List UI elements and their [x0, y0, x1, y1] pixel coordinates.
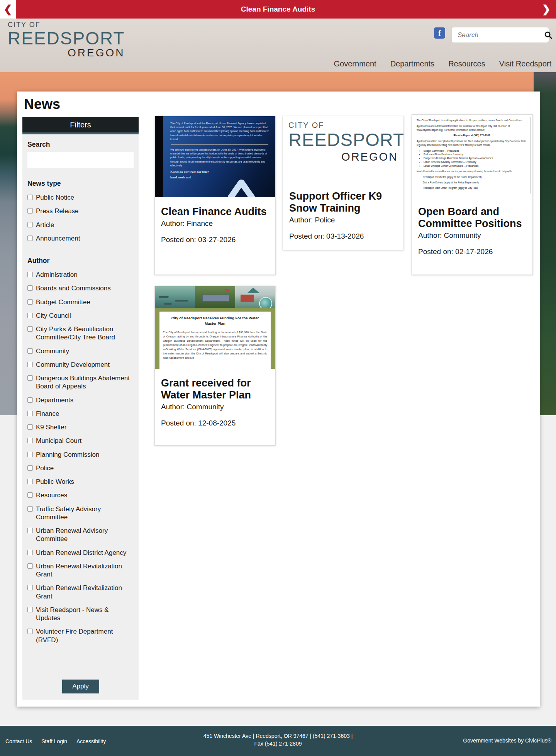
checkbox-icon[interactable] [27, 492, 33, 498]
news-card-posted: Posted on: 12-08-2025 [161, 419, 269, 427]
author-option[interactable]: Municipal Court [27, 434, 134, 447]
author-option[interactable]: Police [27, 461, 134, 475]
author-option[interactable]: Urban Renewal Advisory Committee [27, 524, 134, 546]
nav-departments[interactable]: Departments [390, 59, 435, 68]
filters-header: Filters [22, 117, 139, 134]
checkbox-icon[interactable] [27, 375, 33, 381]
checkbox-icon[interactable] [27, 607, 33, 612]
checkbox-icon[interactable] [27, 585, 33, 590]
checkbox-icon[interactable] [27, 208, 33, 214]
news-card[interactable]: City of Reedsport Receives Funding For t… [154, 286, 276, 446]
flyer-heading: City of Reedsport Receives Funding For t… [165, 315, 265, 327]
checkbox-icon[interactable] [27, 550, 33, 555]
news-card-body: Support Officer K9 Snow Training Author:… [283, 182, 403, 243]
author-option[interactable]: K9 Shelter [27, 420, 134, 434]
author-option[interactable]: Community [27, 344, 134, 358]
author-option[interactable]: Public Works [27, 475, 134, 488]
checkbox-icon[interactable] [27, 629, 33, 634]
author-option[interactable]: Urban Renewal Revitalization Grant [27, 559, 134, 581]
checkbox-icon[interactable] [27, 285, 33, 291]
author-option[interactable]: Planning Commission [27, 448, 134, 461]
news-type-option[interactable]: Press Release [27, 204, 134, 218]
author-option[interactable]: Community Development [27, 358, 134, 371]
news-type-label: News type [27, 180, 134, 188]
author-option[interactable]: Resources [27, 488, 134, 502]
facebook-icon[interactable]: f [434, 27, 445, 39]
news-type-option[interactable]: Announcement [27, 232, 134, 245]
filter-search-input[interactable] [27, 152, 134, 168]
banner-title[interactable]: Clean Finance Audits [0, 0, 556, 19]
author-label: Author [27, 257, 134, 265]
author-option[interactable]: Departments [27, 393, 134, 407]
doc-paragraph: The City of Reedsport is seeking applica… [417, 119, 527, 122]
checkbox-icon[interactable] [27, 397, 33, 403]
footer-credit[interactable]: Government Websites by CivicPlus® [463, 737, 551, 744]
author-option[interactable]: City Parks & Beautification Committee/Ci… [27, 322, 134, 344]
news-card-image: CITY OF REEDSPORT OREGON [283, 116, 403, 182]
author-option[interactable]: Urban Renewal District Agency [27, 546, 134, 559]
flyer-kudos: Kudos to our team for thier hard work an… [170, 169, 213, 180]
checkbox-icon[interactable] [27, 424, 33, 430]
checkbox-icon[interactable] [27, 195, 33, 200]
apply-button[interactable]: Apply [62, 680, 99, 693]
banner-next-button[interactable]: ❯ [539, 0, 554, 19]
site-footer: Contact Us Staff Login Accessibility 451… [0, 726, 556, 756]
news-card-title[interactable]: Open Board and Committee Positions [418, 206, 526, 230]
checkbox-icon[interactable] [27, 362, 33, 367]
author-option[interactable]: Dangerous Buildings Abatement Board of A… [27, 371, 134, 393]
image-logo-city-of: CITY OF [288, 121, 398, 130]
author-option[interactable]: Administration [27, 268, 134, 281]
footer-staff-login[interactable]: Staff Login [41, 738, 67, 744]
checkbox-icon[interactable] [27, 236, 33, 241]
checkbox-icon[interactable] [27, 528, 33, 533]
ribbon-icon [225, 176, 260, 197]
doc-volunteer-line: Reedsport Main Street Program (apply at … [423, 186, 527, 190]
author-option[interactable]: Volunteer Fire Department (RVFD) [27, 625, 134, 647]
news-card[interactable]: The City of Reedsport and the Reedsport … [154, 116, 276, 275]
checkbox-icon[interactable] [27, 506, 33, 512]
checkbox-icon[interactable] [27, 411, 33, 416]
doc-paragraph: Applications will be accepted until posi… [417, 139, 527, 147]
checkbox-icon[interactable] [27, 479, 33, 484]
footer-links: Contact Us Staff Login Accessibility [5, 738, 106, 744]
checkbox-icon[interactable] [27, 465, 33, 471]
news-type-option[interactable]: Public Notice [27, 191, 134, 204]
checkbox-icon[interactable] [27, 313, 33, 318]
news-card[interactable]: The City of Reedsport is seeking applica… [412, 114, 533, 275]
author-option[interactable]: Visit Reedsport - News & Updates [27, 603, 134, 625]
banner-prev-button[interactable]: ❮ [0, 0, 16, 19]
checkbox-icon[interactable] [27, 452, 33, 457]
checkbox-icon[interactable] [27, 348, 33, 354]
news-card-posted: Posted on: 03-13-2026 [289, 232, 397, 241]
news-card-title[interactable]: Support Officer K9 Snow Training [289, 190, 397, 214]
news-type-option[interactable]: Article [27, 218, 134, 232]
nav-resources[interactable]: Resources [448, 59, 485, 68]
filters-sidebar: Filters Search News type Public Notice P… [22, 117, 139, 700]
author-option[interactable]: Traffic Safety Advisory Committee [27, 502, 134, 524]
flyer-divider [171, 144, 268, 145]
checkbox-icon[interactable] [27, 299, 33, 305]
checkbox-icon[interactable] [27, 563, 33, 569]
author-option[interactable]: Urban Renewal Revitalization Grant [27, 581, 134, 603]
checkbox-icon[interactable] [27, 326, 33, 332]
doc-contact: Rhonda Bryan at (541) 271-1989 [417, 134, 527, 137]
checkbox-icon[interactable] [27, 438, 33, 443]
doc-scrollbar [530, 117, 531, 193]
footer-contact-us[interactable]: Contact Us [5, 738, 32, 744]
news-card-title[interactable]: Grant received for Water Master Plan [161, 377, 269, 401]
chevron-right-icon: ❯ [542, 3, 551, 15]
author-option[interactable]: City Council [27, 309, 134, 322]
search-button[interactable] [544, 27, 553, 42]
news-card-title[interactable]: Clean Finance Audits [161, 206, 269, 218]
author-option[interactable]: Finance [27, 407, 134, 420]
author-option[interactable]: Boards and Commissions [27, 281, 134, 295]
author-option[interactable]: Budget Committee [27, 295, 134, 309]
nav-visit-reedsport[interactable]: Visit Reedsport [499, 59, 551, 68]
checkbox-icon[interactable] [27, 272, 33, 277]
site-search-input[interactable] [452, 31, 544, 39]
site-logo[interactable]: CITY OF REEDSPORT OREGON [8, 21, 125, 58]
checkbox-icon[interactable] [27, 222, 33, 227]
nav-government[interactable]: Government [334, 59, 376, 68]
news-card[interactable]: CITY OF REEDSPORT OREGON Support Officer… [283, 116, 404, 250]
footer-accessibility[interactable]: Accessibility [76, 738, 106, 744]
